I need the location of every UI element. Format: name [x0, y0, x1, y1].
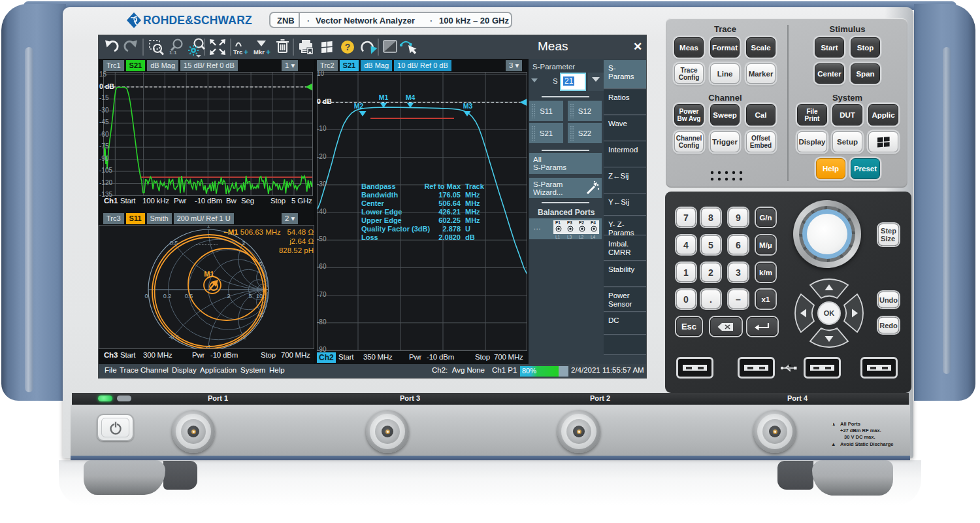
svg-text:0.2: 0.2 — [163, 293, 172, 299]
svg-text:MHz: MHz — [465, 199, 480, 207]
svg-text:MHz: MHz — [465, 216, 480, 224]
svg-text:U: U — [465, 225, 470, 233]
svg-text:Track: Track — [465, 182, 485, 190]
svg-text:602.25: 602.25 — [438, 216, 461, 224]
svg-text:Bandpass: Bandpass — [361, 182, 396, 190]
svg-text:Ref to Max: Ref to Max — [424, 182, 461, 190]
svg-text:828.52 pH: 828.52 pH — [279, 246, 314, 254]
svg-text:M3: M3 — [463, 102, 473, 110]
svg-text:+: + — [244, 48, 248, 57]
svg-text:2.0820: 2.0820 — [438, 233, 461, 241]
svg-text:M2: M2 — [354, 102, 364, 110]
svg-text:176.05: 176.05 — [438, 191, 461, 199]
svg-text:10: 10 — [256, 293, 263, 299]
svg-text:M1: M1 — [379, 93, 389, 101]
svg-text:Center: Center — [361, 199, 385, 207]
svg-text:Upper Edge: Upper Edge — [361, 216, 402, 224]
svg-text:M4: M4 — [406, 93, 416, 101]
svg-text:Quality Factor (3dB): Quality Factor (3dB) — [361, 225, 430, 233]
svg-text:2.878: 2.878 — [442, 225, 461, 233]
svg-text:OK: OK — [824, 309, 835, 317]
svg-text:M1: M1 — [204, 270, 214, 278]
svg-text:Bandwidth: Bandwidth — [361, 191, 398, 199]
svg-text:Lower Edge: Lower Edge — [361, 208, 402, 216]
svg-text:+: + — [266, 48, 270, 57]
svg-text:0: 0 — [144, 293, 148, 299]
svg-text:-0.5: -0.5 — [169, 334, 179, 341]
svg-text:506.64: 506.64 — [438, 199, 461, 207]
svg-text:j2.64 Ω: j2.64 Ω — [289, 237, 314, 245]
svg-text:Mkr: Mkr — [253, 48, 265, 56]
svg-text:?: ? — [345, 42, 351, 52]
svg-text:2: 2 — [227, 293, 230, 299]
svg-text:1:1: 1:1 — [169, 50, 177, 56]
svg-text:Loss: Loss — [361, 233, 378, 241]
svg-text:dB: dB — [465, 233, 475, 241]
svg-text:1: 1 — [206, 225, 210, 229]
svg-text:426.21: 426.21 — [438, 208, 461, 216]
svg-text:–M1 506.63 MHz 54.48 Ω: –M1 506.63 MHz 54.48 Ω — [223, 228, 314, 236]
svg-text:Trc: Trc — [233, 48, 242, 56]
svg-text:5: 5 — [248, 293, 252, 299]
svg-text:MHz: MHz — [465, 191, 480, 199]
svg-text:MHz: MHz — [465, 208, 480, 216]
